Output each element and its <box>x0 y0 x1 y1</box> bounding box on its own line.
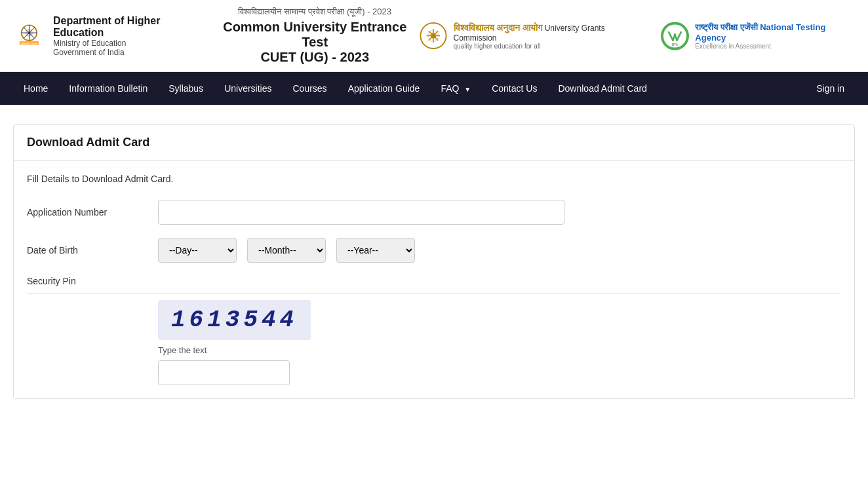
application-number-label: Application Number <box>27 207 145 218</box>
nav-item-universities[interactable]: Universities <box>214 73 282 104</box>
nav-item-courses[interactable]: Courses <box>282 73 337 104</box>
org-title: Department of Higher Education <box>53 15 210 39</box>
nav-link-courses[interactable]: Courses <box>282 73 337 104</box>
header-subtitle: CUET (UG) - 2023 <box>210 50 420 65</box>
captcha-area: 1613544 Type the text <box>158 300 841 385</box>
nav-link-home[interactable]: Home <box>13 73 58 104</box>
nta-logo: NTA राष्ट्रीय परीक्षा एजेंसी National Te… <box>659 20 855 52</box>
nav-item-information-bulletin[interactable]: Information Bulletin <box>58 73 158 104</box>
nav-link-syllabus[interactable]: Syllabus <box>158 73 214 104</box>
nav-link-contact-us[interactable]: Contact Us <box>481 73 547 104</box>
nav-item-contact-us[interactable]: Contact Us <box>481 73 547 104</box>
captcha-image: 1613544 <box>158 300 311 340</box>
nav-item-faq[interactable]: FAQ ▼ <box>430 73 481 104</box>
day-select[interactable]: --Day-- --Day--1234567891011121314151617… <box>158 238 237 263</box>
nav-item-application-guide[interactable]: Application Guide <box>338 73 431 104</box>
org-info: Department of Higher Education Ministry … <box>53 15 210 57</box>
ugc-text: विश्वविद्यालय अनुदान आयोग University Gra… <box>454 22 646 50</box>
month-select[interactable]: --Month-- --Month--JanuaryFebruaryMarchA… <box>247 238 326 263</box>
security-pin-label: Security Pin <box>27 276 145 286</box>
captcha-input[interactable] <box>158 360 290 385</box>
nta-tagline: Excellence in Assessment <box>695 43 855 50</box>
download-admit-card-section: Download Admit Card Fill Details to Down… <box>13 124 855 399</box>
nav-link-information-bulletin[interactable]: Information Bulletin <box>58 73 158 104</box>
nav-link-application-guide[interactable]: Application Guide <box>338 73 431 104</box>
header-hindi-title: विश्वविद्यालयीन सामान्य प्रवेश परीक्षा (… <box>210 7 420 17</box>
application-number-row: Application Number <box>27 200 841 225</box>
navbar: Home Information Bulletin Syllabus Unive… <box>0 72 868 105</box>
org-sub2: Government of India <box>53 48 210 57</box>
nta-text: राष्ट्रीय परीक्षा एजेंसी National Testin… <box>695 22 855 50</box>
security-divider <box>27 293 841 293</box>
signin-link[interactable]: Sign in <box>806 73 855 104</box>
header: सत्यमेव जयते Department of Higher Educat… <box>0 0 868 72</box>
nav-link-universities[interactable]: Universities <box>214 73 282 104</box>
year-select[interactable]: --Year-- --Year--20002001200220032004200… <box>336 238 415 263</box>
header-main-title: Common University Entrance Test <box>210 20 420 50</box>
header-center: विश्वविद्यालयीन सामान्य प्रवेश परीक्षा (… <box>210 7 420 65</box>
ashoka-emblem-icon: सत्यमेव जयते <box>13 20 45 52</box>
faq-label: FAQ <box>441 83 459 94</box>
dob-selects: --Day-- --Day--1234567891011121314151617… <box>158 238 564 263</box>
nav-item-home[interactable]: Home <box>13 73 58 104</box>
nta-hindi: राष्ट्रीय परीक्षा एजेंसी <box>695 22 757 32</box>
ugc-tagline: quality higher education for all <box>454 43 646 50</box>
ugc-emblem-icon <box>419 21 448 50</box>
section-title: Download Admit Card <box>14 125 854 161</box>
nav-link-download-admit-card[interactable]: Download Admit Card <box>547 73 657 104</box>
header-right: विश्वविद्यालय अनुदान आयोग University Gra… <box>419 20 855 52</box>
nav-item-syllabus[interactable]: Syllabus <box>158 73 214 104</box>
security-pin-row: Security Pin <box>27 276 841 286</box>
application-number-input[interactable] <box>158 200 564 225</box>
dob-row: Date of Birth --Day-- --Day--12345678910… <box>27 238 841 263</box>
svg-text:NTA: NTA <box>672 43 679 46</box>
dob-label: Date of Birth <box>27 245 145 255</box>
svg-text:सत्यमेव जयते: सत्यमेव जयते <box>20 41 37 45</box>
faq-dropdown-icon: ▼ <box>464 86 471 93</box>
main-content: Download Admit Card Fill Details to Down… <box>0 105 868 432</box>
captcha-value: 1613544 <box>171 307 298 333</box>
header-left: सत्यमेव जयते Department of Higher Educat… <box>13 15 210 57</box>
nav-link-faq[interactable]: FAQ ▼ <box>430 73 481 104</box>
captcha-instruction: Type the text <box>158 345 841 355</box>
ugc-logo: विश्वविद्यालय अनुदान आयोग University Gra… <box>419 21 646 50</box>
form-section: Fill Details to Download Admit Card. App… <box>14 161 854 398</box>
navbar-items: Home Information Bulletin Syllabus Unive… <box>13 73 806 104</box>
ugc-hindi: विश्वविद्यालय अनुदान आयोग <box>454 22 543 33</box>
nta-badge-icon: NTA <box>659 20 691 52</box>
form-instruction: Fill Details to Download Admit Card. <box>27 174 841 184</box>
nav-item-download-admit-card[interactable]: Download Admit Card <box>547 73 657 104</box>
org-sub1: Ministry of Education <box>53 39 210 48</box>
